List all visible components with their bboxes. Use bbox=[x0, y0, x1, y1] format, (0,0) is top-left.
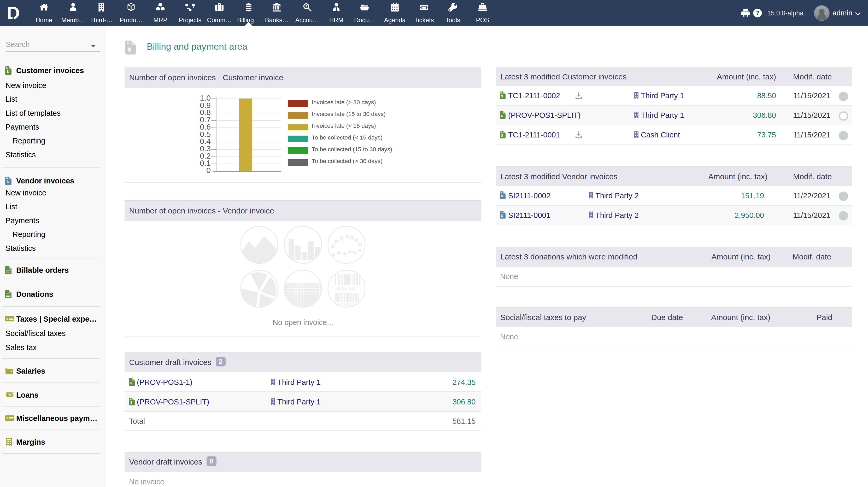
svg-text:8000 342: 8000 342 bbox=[336, 286, 356, 292]
